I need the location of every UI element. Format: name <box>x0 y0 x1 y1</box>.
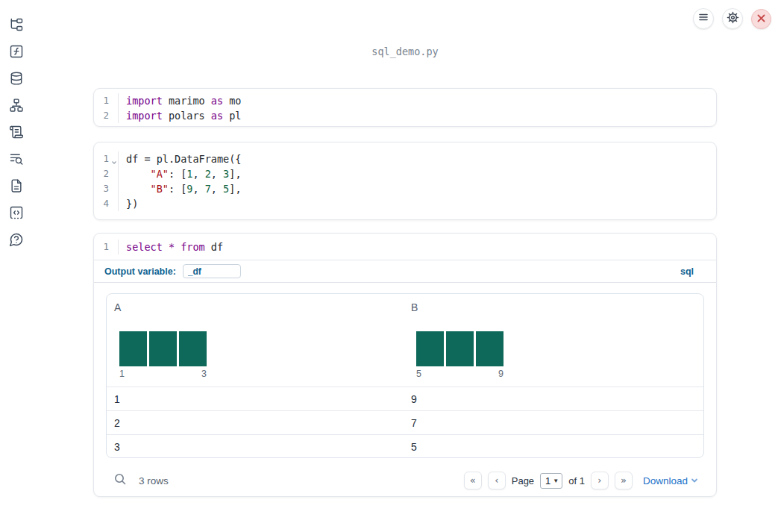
code-content[interactable]: select * from df <box>119 240 716 254</box>
scroll-logs-icon[interactable] <box>9 125 24 140</box>
column-header-a[interactable]: A 1 3 <box>107 294 404 387</box>
window-toolbar <box>693 8 771 29</box>
file-explorer-icon[interactable] <box>9 17 24 32</box>
code-editor[interactable]: 12 import marimo as moimport polars as p… <box>94 93 716 123</box>
table-cell: 9 <box>404 393 703 405</box>
column-header-b[interactable]: B 5 9 <box>404 294 703 387</box>
table-header: A 1 3 B 5 9 <box>107 294 703 387</box>
column-name: A <box>114 301 404 315</box>
histogram-bars <box>119 331 207 366</box>
code-editor[interactable]: 1234 df = pl.DataFrame({ "A": [1, 2, 3],… <box>94 151 716 211</box>
gear-icon <box>727 11 739 27</box>
function-square-icon[interactable] <box>9 44 24 59</box>
code-line: "B": [9, 7, 5], <box>126 181 716 196</box>
pagination: « ‹ Page 1 ▼ of 1 › » Download <box>464 472 698 489</box>
row-count: 3 rows <box>139 475 169 486</box>
line-number: 1 <box>94 151 118 166</box>
language-badge: sql <box>680 266 694 277</box>
line-number: 4 <box>94 196 118 211</box>
code-line: }) <box>126 196 716 211</box>
table-cell: 1 <box>107 393 404 405</box>
histogram-bar <box>446 331 474 366</box>
sql-cell[interactable]: 1 select * from df Output variable: sql … <box>93 233 717 497</box>
code-line: df = pl.DataFrame({ <box>126 151 716 166</box>
line-number: 3 <box>94 181 118 196</box>
histogram-bar <box>179 331 207 366</box>
line-number: 2 <box>94 108 118 123</box>
line-number-gutter: 12 <box>94 93 119 123</box>
line-number: 1 <box>94 93 118 108</box>
cell-output-area: A 1 3 B 5 9 <box>94 283 716 497</box>
sql-editor[interactable]: 1 select * from df <box>94 240 716 254</box>
page-select[interactable]: 1 ▼ <box>540 473 562 489</box>
list-search-icon[interactable] <box>9 151 24 166</box>
first-page-button[interactable]: « <box>464 472 482 489</box>
dataframe-table: A 1 3 B 5 9 <box>106 293 704 458</box>
code-line: import marimo as mo <box>126 93 716 108</box>
histogram-bars <box>416 331 503 366</box>
notebook-filename: sql_demo.py <box>93 46 717 57</box>
sql-cell-options-row: Output variable: sql <box>94 260 716 283</box>
page-of-label: of 1 <box>568 475 585 486</box>
code-line: import polars as pl <box>126 108 716 123</box>
table-row[interactable]: 27 <box>107 410 703 434</box>
histogram-max-label: 3 <box>201 369 207 379</box>
dependency-graph-icon[interactable] <box>9 98 24 113</box>
documentation-icon[interactable] <box>9 178 24 193</box>
help-icon[interactable] <box>9 232 24 247</box>
table-cell: 5 <box>404 441 703 453</box>
prev-page-button[interactable]: ‹ <box>488 472 506 489</box>
line-number-gutter: 1234 <box>94 151 119 211</box>
histogram-min-label: 5 <box>416 369 421 379</box>
last-page-button[interactable]: » <box>615 472 633 489</box>
close-icon <box>757 12 765 25</box>
histogram-bar <box>149 331 177 366</box>
settings-button[interactable] <box>722 8 743 29</box>
output-variable-input[interactable] <box>183 264 241 278</box>
histogram-min-label: 1 <box>119 369 125 379</box>
datasources-icon[interactable] <box>9 71 24 86</box>
table-body: 192735 <box>107 387 703 458</box>
column-histogram: 5 9 <box>416 331 503 379</box>
code-content[interactable]: import marimo as moimport polars as pl <box>119 93 716 123</box>
snippets-icon[interactable] <box>9 205 24 220</box>
histogram-max-label: 9 <box>498 369 503 379</box>
histogram-bar <box>416 331 444 366</box>
page-label: Page <box>512 475 534 486</box>
code-cell-dataframe[interactable]: 1234 df = pl.DataFrame({ "A": [1, 2, 3],… <box>93 142 717 220</box>
column-name: B <box>411 301 703 315</box>
helper-sidebar <box>0 0 33 532</box>
table-footer: 3 rows « ‹ Page 1 ▼ of 1 › » Download <box>106 464 704 497</box>
line-number: 1 <box>94 240 118 254</box>
hamburger-icon <box>698 12 709 25</box>
code-content[interactable]: df = pl.DataFrame({ "A": [1, 2, 3], "B":… <box>119 151 716 211</box>
table-row[interactable]: 35 <box>107 434 703 458</box>
menu-button[interactable] <box>693 8 714 29</box>
chevron-down-icon <box>691 475 698 486</box>
line-number-gutter: 1 <box>94 240 119 254</box>
download-button[interactable]: Download <box>643 475 698 486</box>
table-row[interactable]: 19 <box>107 387 703 410</box>
code-line: "A": [1, 2, 3], <box>126 166 716 181</box>
table-cell: 2 <box>107 417 404 429</box>
histogram-bar <box>476 331 503 366</box>
code-line: select * from df <box>126 240 716 254</box>
output-variable-label: Output variable: <box>104 266 176 277</box>
table-cell: 3 <box>107 441 404 453</box>
search-icon[interactable] <box>113 472 127 489</box>
column-histogram: 1 3 <box>119 331 207 379</box>
next-page-button[interactable]: › <box>591 472 609 489</box>
table-cell: 7 <box>404 417 703 429</box>
code-cell-imports[interactable]: 12 import marimo as moimport polars as p… <box>93 88 717 127</box>
line-number: 2 <box>94 166 118 181</box>
shutdown-button[interactable] <box>751 9 771 29</box>
select-caret-icon: ▼ <box>553 478 559 484</box>
histogram-bar <box>119 331 147 366</box>
